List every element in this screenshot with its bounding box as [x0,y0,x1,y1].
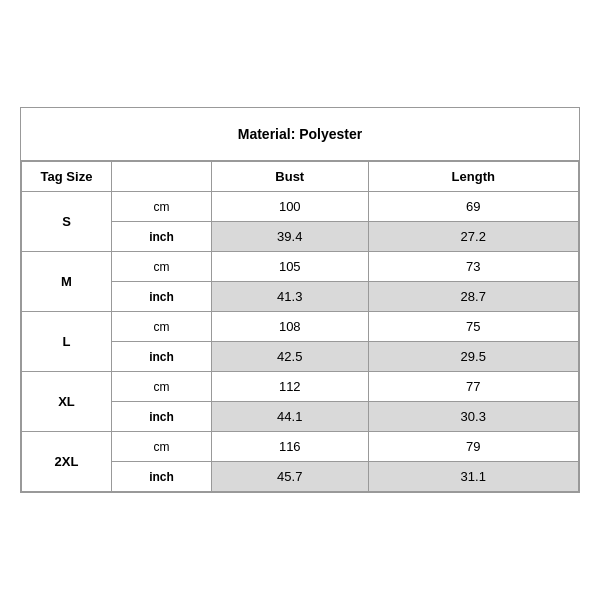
length-cm-s: 69 [368,192,578,222]
bust-cm-l: 108 [212,312,369,342]
header-length: Length [368,162,578,192]
length-inch-2xl: 31.1 [368,462,578,492]
unit-inch-s: inch [112,222,212,252]
size-table: Tag Size Bust Length S cm 100 69 inch 39… [21,161,579,492]
chart-title: Material: Polyester [21,108,579,161]
length-inch-m: 28.7 [368,282,578,312]
table-header-row: Tag Size Bust Length [22,162,579,192]
table-row: M cm 105 73 [22,252,579,282]
size-tag-l: L [22,312,112,372]
length-cm-xl: 77 [368,372,578,402]
table-row: S cm 100 69 [22,192,579,222]
size-tag-s: S [22,192,112,252]
header-bust: Bust [212,162,369,192]
size-tag-2xl: 2XL [22,432,112,492]
header-tag-size: Tag Size [22,162,112,192]
bust-inch-2xl: 45.7 [212,462,369,492]
length-inch-xl: 30.3 [368,402,578,432]
unit-cm-s: cm [112,192,212,222]
bust-cm-s: 100 [212,192,369,222]
title-text: Material: Polyester [238,126,363,142]
size-chart-container: Material: Polyester Tag Size Bust Length… [20,107,580,493]
length-cm-2xl: 79 [368,432,578,462]
table-row: XL cm 112 77 [22,372,579,402]
length-inch-l: 29.5 [368,342,578,372]
unit-cm-2xl: cm [112,432,212,462]
size-tag-xl: XL [22,372,112,432]
bust-inch-s: 39.4 [212,222,369,252]
unit-inch-xl: inch [112,402,212,432]
length-inch-s: 27.2 [368,222,578,252]
table-row: 2XL cm 116 79 [22,432,579,462]
unit-cm-m: cm [112,252,212,282]
length-cm-l: 75 [368,312,578,342]
unit-inch-2xl: inch [112,462,212,492]
header-unit-empty [112,162,212,192]
bust-cm-m: 105 [212,252,369,282]
unit-cm-xl: cm [112,372,212,402]
bust-cm-2xl: 116 [212,432,369,462]
bust-inch-xl: 44.1 [212,402,369,432]
bust-inch-m: 41.3 [212,282,369,312]
length-cm-m: 73 [368,252,578,282]
unit-cm-l: cm [112,312,212,342]
unit-inch-l: inch [112,342,212,372]
unit-inch-m: inch [112,282,212,312]
table-row: L cm 108 75 [22,312,579,342]
bust-inch-l: 42.5 [212,342,369,372]
bust-cm-xl: 112 [212,372,369,402]
size-tag-m: M [22,252,112,312]
